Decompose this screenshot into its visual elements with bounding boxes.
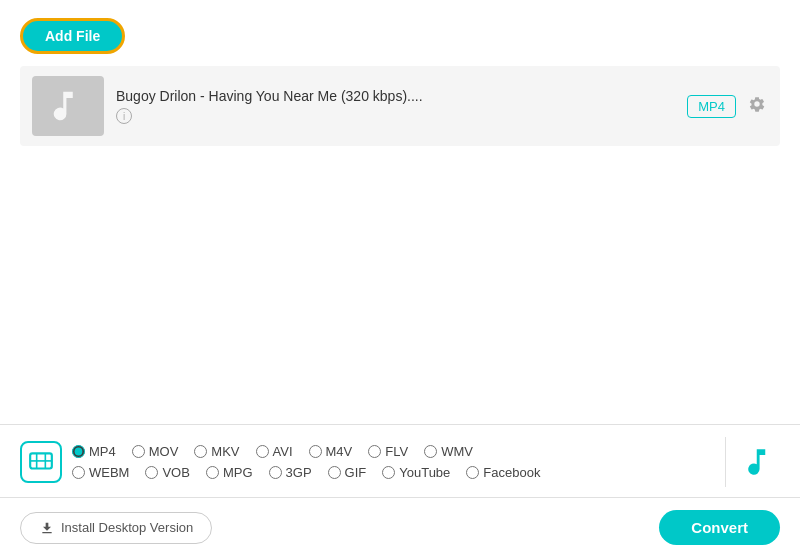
- format-icon-box: [20, 441, 62, 483]
- install-label: Install Desktop Version: [61, 520, 193, 535]
- audio-icon-box: [742, 443, 780, 481]
- format-option-flv[interactable]: FLV: [368, 444, 408, 459]
- format-row-2: WEBM VOB MPG 3GP GIF YouTube Facebook: [72, 465, 709, 480]
- download-icon: [39, 520, 55, 536]
- file-thumbnail: [32, 76, 104, 136]
- format-option-mp4[interactable]: MP4: [72, 444, 116, 459]
- file-info: Bugoy Drilon - Having You Near Me (320 k…: [116, 88, 675, 124]
- install-desktop-button[interactable]: Install Desktop Version: [20, 512, 212, 544]
- format-option-youtube[interactable]: YouTube: [382, 465, 450, 480]
- format-option-gif[interactable]: GIF: [328, 465, 367, 480]
- add-file-button[interactable]: Add File: [20, 18, 125, 54]
- file-name: Bugoy Drilon - Having You Near Me (320 k…: [116, 88, 675, 104]
- format-badge[interactable]: MP4: [687, 95, 736, 118]
- file-actions: MP4: [687, 93, 768, 120]
- info-icon[interactable]: i: [116, 108, 132, 124]
- format-option-facebook[interactable]: Facebook: [466, 465, 540, 480]
- vertical-divider: [725, 437, 726, 487]
- file-item: Bugoy Drilon - Having You Near Me (320 k…: [20, 66, 780, 146]
- format-option-avi[interactable]: AVI: [256, 444, 293, 459]
- format-option-webm[interactable]: WEBM: [72, 465, 129, 480]
- music-icon: [49, 87, 87, 125]
- format-option-mpg[interactable]: MPG: [206, 465, 253, 480]
- format-bar: MP4 MOV MKV AVI M4V FLV WMV W: [0, 424, 800, 497]
- format-option-vob[interactable]: VOB: [145, 465, 189, 480]
- format-option-mkv[interactable]: MKV: [194, 444, 239, 459]
- file-list: Bugoy Drilon - Having You Near Me (320 k…: [0, 66, 800, 146]
- format-option-m4v[interactable]: M4V: [309, 444, 353, 459]
- format-option-wmv[interactable]: WMV: [424, 444, 473, 459]
- footer-bar: Install Desktop Version Convert: [0, 497, 800, 557]
- gear-icon: [748, 95, 766, 113]
- format-options: MP4 MOV MKV AVI M4V FLV WMV W: [72, 444, 709, 480]
- content-area: [0, 146, 800, 424]
- format-option-3gp[interactable]: 3GP: [269, 465, 312, 480]
- music-note-icon: [744, 445, 778, 479]
- settings-button[interactable]: [746, 93, 768, 120]
- video-icon: [28, 449, 54, 475]
- top-bar: Add File: [0, 0, 800, 66]
- format-row-1: MP4 MOV MKV AVI M4V FLV WMV: [72, 444, 709, 459]
- convert-button[interactable]: Convert: [659, 510, 780, 545]
- format-option-mov[interactable]: MOV: [132, 444, 179, 459]
